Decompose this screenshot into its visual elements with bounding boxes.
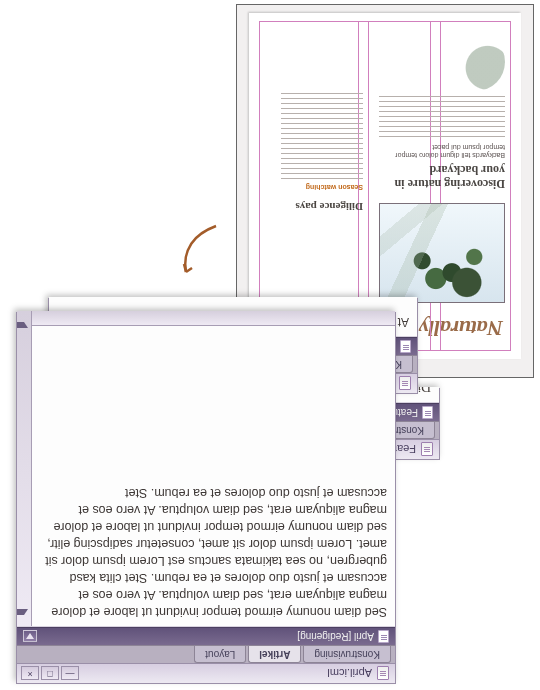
story-flag-bar: April [Redigering]: [17, 627, 395, 645]
sidebar-label: Season watching: [281, 184, 363, 191]
feature-photo: [379, 203, 505, 303]
title-bar[interactable]: April.icml — □ ×: [17, 663, 395, 683]
article-body[interactable]: Sed diam nonumy eirmod tempor invidunt u…: [17, 311, 395, 627]
leaf-decoration-icon: [447, 33, 505, 91]
tab-strip: Konstruvisning Artikel Layout: [17, 645, 395, 663]
placeholder-text-block: [379, 95, 505, 137]
sidebar-heading: Diligence pays: [283, 201, 363, 213]
close-button[interactable]: ×: [21, 667, 39, 681]
document-icon: [421, 443, 433, 457]
document-icon: [377, 667, 389, 681]
placeholder-text-block: [281, 91, 363, 179]
minimize-button[interactable]: —: [61, 667, 79, 681]
body-text: Sed diam nonumy eirmod tempor invidunt u…: [45, 486, 387, 619]
window-title: April.icml: [84, 668, 372, 680]
story-icon: [422, 406, 433, 419]
feature-subhead: Backyards tell digum doloro tempor tempo…: [375, 143, 505, 159]
tab-artikel[interactable]: Artikel: [248, 646, 301, 663]
feature-heading: Discovering nature in your backyard: [375, 163, 505, 191]
tab-layout[interactable]: Layout: [194, 646, 246, 663]
flow-arrow-icon: [174, 220, 224, 280]
story-icon: [378, 630, 389, 643]
tab-konstruvisning[interactable]: Konstruvisning: [303, 646, 391, 663]
vertical-scrollbar[interactable]: [17, 311, 32, 626]
horizontal-scrollbar[interactable]: [32, 311, 395, 326]
editor-window-april[interactable]: April.icml — □ × Konstruvisning Artikel …: [16, 312, 396, 684]
story-icon: [400, 340, 411, 353]
flag-dropdown[interactable]: [23, 631, 37, 643]
story-flag-label: April [Redigering]: [297, 631, 374, 642]
document-icon: [399, 377, 411, 391]
maximize-button[interactable]: □: [41, 667, 59, 681]
leaf-overlay-icon: [380, 204, 504, 302]
